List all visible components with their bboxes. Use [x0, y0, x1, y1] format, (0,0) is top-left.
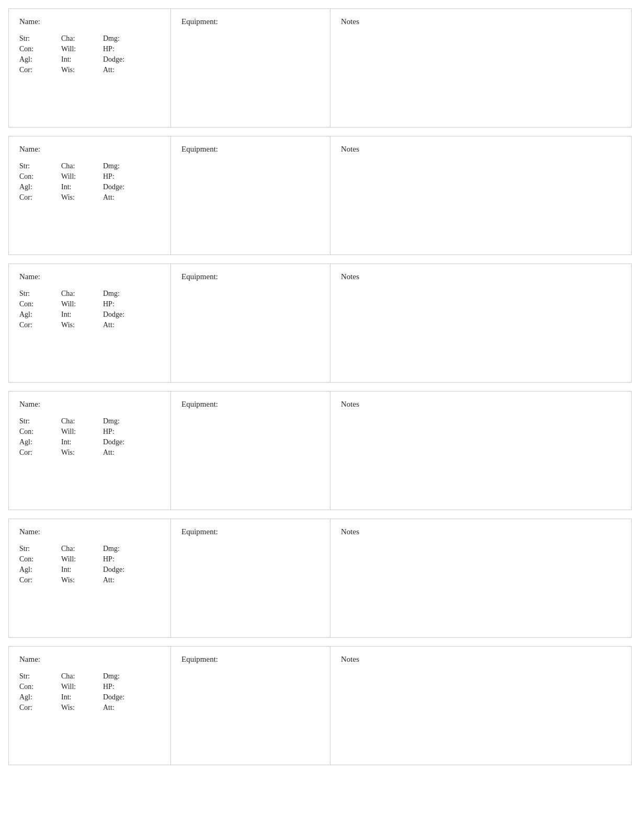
stat-dmg: Dmg: [103, 162, 145, 170]
stat-will: Will: [61, 45, 103, 53]
card-notes-2: Notes [330, 136, 631, 255]
notes-label: Notes [341, 527, 621, 536]
stat-con: Con: [19, 300, 61, 308]
stat-will: Will: [61, 683, 103, 691]
card-notes-3: Notes [330, 264, 631, 382]
stat-cor: Cor: [19, 576, 61, 584]
equipment-label: Equipment: [181, 400, 319, 409]
card-stats-3: Name:Str:Cha:Dmg:Con:Will:HP:Agl:Int:Dod… [9, 264, 171, 382]
stat-dodge: Dodge: [103, 566, 145, 574]
character-card-5: Name:Str:Cha:Dmg:Con:Will:HP:Agl:Int:Dod… [8, 519, 632, 638]
stat-agl: Agl: [19, 566, 61, 574]
stat-agl: Agl: [19, 438, 61, 446]
card-equipment-1: Equipment: [171, 9, 330, 127]
equipment-label: Equipment: [181, 655, 319, 664]
stat-cha: Cha: [61, 672, 103, 681]
stats-grid: Str:Cha:Dmg:Con:Will:HP:Agl:Int:Dodge:Co… [19, 545, 160, 584]
stat-dodge: Dodge: [103, 55, 145, 64]
name-label: Name: [19, 655, 160, 664]
stat-agl: Agl: [19, 55, 61, 64]
card-notes-5: Notes [330, 519, 631, 637]
stat-cha: Cha: [61, 162, 103, 170]
stat-str: Str: [19, 290, 61, 298]
stat-will: Will: [61, 428, 103, 436]
stat-att: Att: [103, 66, 145, 74]
stat-int: Int: [61, 183, 103, 191]
stat-cha: Cha: [61, 417, 103, 425]
card-stats-1: Name:Str:Cha:Dmg:Con:Will:HP:Agl:Int:Dod… [9, 9, 171, 127]
stat-dmg: Dmg: [103, 290, 145, 298]
stat-hp: HP: [103, 555, 145, 563]
stat-con: Con: [19, 45, 61, 53]
stat-dodge: Dodge: [103, 310, 145, 319]
stat-str: Str: [19, 545, 61, 553]
card-notes-6: Notes [330, 647, 631, 765]
stat-will: Will: [61, 172, 103, 181]
stat-hp: HP: [103, 428, 145, 436]
stat-hp: HP: [103, 683, 145, 691]
stat-dodge: Dodge: [103, 183, 145, 191]
notes-label: Notes [341, 400, 621, 409]
page: Name:Str:Cha:Dmg:Con:Will:HP:Agl:Int:Dod… [8, 8, 632, 765]
stat-str: Str: [19, 162, 61, 170]
stat-con: Con: [19, 683, 61, 691]
card-stats-4: Name:Str:Cha:Dmg:Con:Will:HP:Agl:Int:Dod… [9, 392, 171, 510]
stat-att: Att: [103, 193, 145, 202]
stat-wis: Wis: [61, 321, 103, 329]
card-notes-1: Notes [330, 9, 631, 127]
card-stats-5: Name:Str:Cha:Dmg:Con:Will:HP:Agl:Int:Dod… [9, 519, 171, 637]
stat-wis: Wis: [61, 448, 103, 457]
character-card-3: Name:Str:Cha:Dmg:Con:Will:HP:Agl:Int:Dod… [8, 263, 632, 383]
stat-int: Int: [61, 693, 103, 701]
stat-will: Will: [61, 555, 103, 563]
character-card-2: Name:Str:Cha:Dmg:Con:Will:HP:Agl:Int:Dod… [8, 136, 632, 255]
stat-agl: Agl: [19, 310, 61, 319]
equipment-label: Equipment: [181, 527, 319, 536]
name-label: Name: [19, 400, 160, 409]
stat-hp: HP: [103, 172, 145, 181]
stat-agl: Agl: [19, 693, 61, 701]
name-label: Name: [19, 145, 160, 154]
stat-cor: Cor: [19, 193, 61, 202]
character-card-1: Name:Str:Cha:Dmg:Con:Will:HP:Agl:Int:Dod… [8, 8, 632, 128]
stat-dmg: Dmg: [103, 417, 145, 425]
stats-grid: Str:Cha:Dmg:Con:Will:HP:Agl:Int:Dodge:Co… [19, 290, 160, 329]
card-equipment-5: Equipment: [171, 519, 330, 637]
character-card-6: Name:Str:Cha:Dmg:Con:Will:HP:Agl:Int:Dod… [8, 646, 632, 765]
card-equipment-3: Equipment: [171, 264, 330, 382]
name-label: Name: [19, 17, 160, 26]
stat-con: Con: [19, 172, 61, 181]
card-stats-2: Name:Str:Cha:Dmg:Con:Will:HP:Agl:Int:Dod… [9, 136, 171, 255]
stats-grid: Str:Cha:Dmg:Con:Will:HP:Agl:Int:Dodge:Co… [19, 417, 160, 457]
name-label: Name: [19, 272, 160, 281]
stat-int: Int: [61, 55, 103, 64]
card-equipment-2: Equipment: [171, 136, 330, 255]
stats-grid: Str:Cha:Dmg:Con:Will:HP:Agl:Int:Dodge:Co… [19, 672, 160, 712]
card-equipment-6: Equipment: [171, 647, 330, 765]
stat-dmg: Dmg: [103, 672, 145, 681]
stat-hp: HP: [103, 45, 145, 53]
stat-cor: Cor: [19, 66, 61, 74]
stat-str: Str: [19, 34, 61, 43]
card-stats-6: Name:Str:Cha:Dmg:Con:Will:HP:Agl:Int:Dod… [9, 647, 171, 765]
stat-wis: Wis: [61, 66, 103, 74]
stat-str: Str: [19, 417, 61, 425]
equipment-label: Equipment: [181, 17, 319, 26]
stat-str: Str: [19, 672, 61, 681]
stat-dmg: Dmg: [103, 545, 145, 553]
stat-wis: Wis: [61, 704, 103, 712]
stat-att: Att: [103, 321, 145, 329]
stat-cor: Cor: [19, 448, 61, 457]
card-equipment-4: Equipment: [171, 392, 330, 510]
stats-grid: Str:Cha:Dmg:Con:Will:HP:Agl:Int:Dodge:Co… [19, 162, 160, 202]
stat-att: Att: [103, 448, 145, 457]
stat-dodge: Dodge: [103, 693, 145, 701]
equipment-label: Equipment: [181, 145, 319, 154]
stat-int: Int: [61, 566, 103, 574]
stat-int: Int: [61, 438, 103, 446]
stat-int: Int: [61, 310, 103, 319]
notes-label: Notes [341, 655, 621, 664]
stat-att: Att: [103, 704, 145, 712]
stat-cor: Cor: [19, 321, 61, 329]
stat-con: Con: [19, 428, 61, 436]
